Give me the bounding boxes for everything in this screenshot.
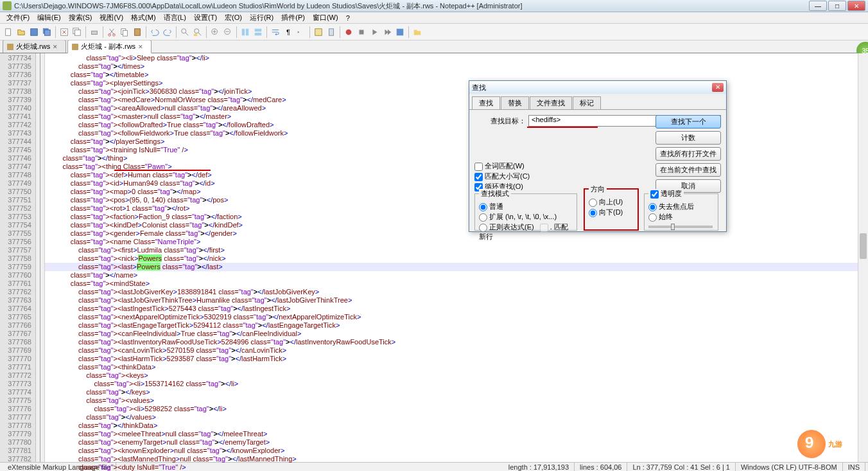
menu-plugins[interactable]: 插件(P) <box>277 12 309 23</box>
close-icon[interactable]: ✕ <box>53 44 59 50</box>
svg-rect-11 <box>123 30 127 36</box>
saveall-icon[interactable] <box>41 26 53 38</box>
menu-view[interactable]: 视图(V) <box>96 12 127 23</box>
print-icon[interactable] <box>89 26 100 38</box>
line-gutter: 3777343777353777363777373777383777393777… <box>0 53 36 462</box>
svg-point-24 <box>346 29 352 35</box>
playrepeat-icon[interactable] <box>381 26 393 38</box>
folder-icon[interactable] <box>412 26 423 38</box>
menu-macro[interactable]: 宏(O) <box>221 12 246 23</box>
sync-v-icon[interactable] <box>239 26 251 38</box>
closeall-icon[interactable] <box>71 26 83 38</box>
doc-map-icon[interactable] <box>326 26 337 38</box>
file-icon <box>72 44 78 50</box>
new-icon[interactable] <box>3 26 14 38</box>
maximize-button[interactable]: □ <box>828 1 846 11</box>
scrollbar-thumb[interactable] <box>860 233 867 259</box>
menubar: 文件(F) 编辑(E) 搜索(S) 视图(V) 格式(M) 语言(L) 设置(T… <box>0 12 868 24</box>
menu-help[interactable]: ? <box>342 13 354 22</box>
svg-rect-6 <box>75 30 81 35</box>
svg-rect-22 <box>315 28 322 35</box>
svg-rect-3 <box>45 30 51 35</box>
svg-point-13 <box>182 28 186 33</box>
svg-rect-20 <box>255 28 262 31</box>
indent-icon[interactable] <box>295 26 307 38</box>
menu-run[interactable]: 运行(R) <box>246 12 277 23</box>
sync-h-icon[interactable] <box>252 26 264 38</box>
file-icon <box>7 44 13 50</box>
toolbar: ¶ 35 <box>0 24 868 40</box>
svg-rect-15 <box>194 33 197 36</box>
svg-rect-19 <box>246 28 248 35</box>
tabbar: 火炬城.rws ✕ 火炬城 - 副本.rws ✕ <box>0 40 868 53</box>
editor[interactable]: 3777343777353777363777373777383777393777… <box>0 53 868 462</box>
svg-rect-12 <box>135 28 141 35</box>
svg-rect-25 <box>360 30 364 34</box>
menu-edit[interactable]: 编辑(E) <box>33 12 65 23</box>
tab-label: 火炬城.rws <box>16 42 50 51</box>
code-area[interactable]: class="tag"><li>Sleep class="tag"></li> … <box>45 53 858 462</box>
svg-rect-18 <box>242 28 245 35</box>
func-list-icon[interactable] <box>313 26 324 38</box>
vertical-scrollbar[interactable] <box>858 53 868 462</box>
menu-settings[interactable]: 设置(T) <box>190 12 221 23</box>
tab-1[interactable]: 火炬城.rws ✕ <box>3 40 66 53</box>
svg-rect-26 <box>397 28 404 35</box>
stop-icon[interactable] <box>356 26 367 38</box>
menu-window[interactable]: 窗口(W) <box>309 12 342 23</box>
cut-icon[interactable] <box>106 26 117 38</box>
paste-icon[interactable] <box>132 26 143 38</box>
record-icon[interactable] <box>343 26 354 38</box>
zoom-out-icon[interactable] <box>222 26 234 38</box>
save-icon[interactable] <box>28 26 40 38</box>
savemacro-icon[interactable] <box>394 26 406 38</box>
open-icon[interactable] <box>15 26 27 38</box>
titlebar: C:\Users\Dejago.WINDOWS-7JM6F8S.000\AppD… <box>0 0 868 12</box>
tab-label: 火炬城 - 副本.rws <box>81 42 135 51</box>
svg-rect-21 <box>255 32 262 35</box>
wordwrap-icon[interactable] <box>270 26 281 38</box>
svg-rect-23 <box>329 28 334 35</box>
copy-icon[interactable] <box>119 26 130 38</box>
redo-icon[interactable] <box>162 26 173 38</box>
undo-icon[interactable] <box>149 26 161 38</box>
menu-language[interactable]: 语言(L) <box>160 12 190 23</box>
menu-format[interactable]: 格式(M) <box>127 12 160 23</box>
tab-2[interactable]: 火炬城 - 副本.rws ✕ <box>67 40 152 53</box>
fold-gutter[interactable] <box>36 53 45 462</box>
close-icon[interactable]: ✕ <box>138 44 144 50</box>
allchars-icon[interactable]: ¶ <box>282 26 294 38</box>
app-icon <box>3 1 12 10</box>
replace-icon[interactable] <box>192 26 204 38</box>
find-icon[interactable] <box>179 26 191 38</box>
window-title: C:\Users\Dejago.WINDOWS-7JM6F8S.000\AppD… <box>14 1 809 11</box>
svg-rect-1 <box>31 28 38 35</box>
menu-search[interactable]: 搜索(S) <box>65 12 96 23</box>
svg-rect-7 <box>92 31 98 34</box>
svg-point-14 <box>195 28 199 33</box>
minimize-button[interactable]: — <box>809 1 827 11</box>
zoom-in-icon[interactable] <box>209 26 221 38</box>
svg-rect-0 <box>6 28 11 35</box>
close-icon[interactable] <box>58 26 70 38</box>
close-button[interactable]: ✕ <box>847 1 865 11</box>
play-icon[interactable] <box>369 26 380 38</box>
menu-file[interactable]: 文件(F) <box>3 12 33 23</box>
